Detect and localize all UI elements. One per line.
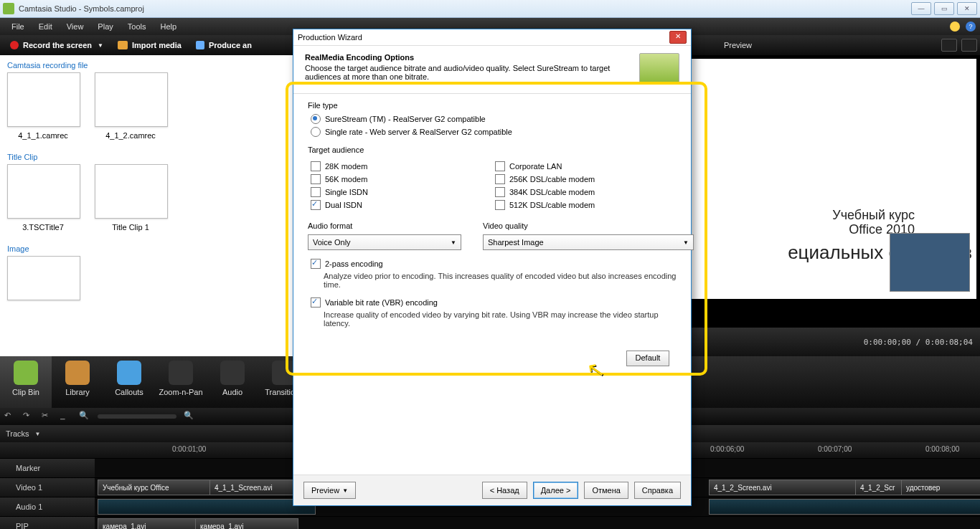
record-label: Record the screen [23, 41, 92, 49]
tab-library[interactable]: Library [52, 356, 103, 408]
dialog-description: Choose the target audience bitrate and a… [305, 64, 639, 81]
check-384k[interactable]: 384K DSL/cable modem [495, 187, 677, 197]
audio-clip[interactable] [98, 499, 316, 515]
check-corp-lan[interactable]: Corporate LAN [495, 161, 677, 171]
chevron-down-icon: ▼ [683, 239, 689, 246]
realmedia-logo-icon [639, 53, 679, 85]
tab-callouts[interactable]: Callouts [103, 356, 155, 408]
split-icon[interactable]: ⎯ [60, 411, 72, 422]
label-video-quality: Video quality [483, 221, 694, 230]
default-button[interactable]: Default [626, 351, 669, 366]
zoom-icon [169, 361, 193, 385]
section-image: Image [7, 244, 294, 253]
radio-icon [311, 114, 321, 124]
dialog-titlebar: Production Wizard ✕ [293, 29, 691, 46]
check-single-isdn[interactable]: Single ISDN [311, 187, 492, 197]
record-screen-button[interactable]: Record the screen ▼ [3, 39, 110, 52]
clip-item[interactable]: 4_1_2.camrec [95, 72, 166, 140]
select-video-quality[interactable]: Sharpest Image▼ [483, 234, 694, 250]
radio-icon [311, 127, 321, 137]
tab-audio[interactable]: Audio [207, 356, 258, 408]
help-button[interactable]: Справка [634, 482, 681, 499]
preview-detach-icon[interactable] [941, 39, 957, 52]
minimize-button[interactable]: — [911, 2, 931, 15]
check-dual-isdn[interactable]: Dual ISDN [311, 200, 492, 210]
audio-icon [220, 361, 245, 385]
check-vbr[interactable]: Variable bit rate (VBR) encoding [311, 297, 677, 308]
checkbox-icon [311, 259, 321, 269]
hint-icon[interactable] [950, 22, 960, 32]
folder-icon [118, 41, 128, 49]
next-button[interactable]: Далее > [533, 482, 579, 499]
clip-caption: 4_1_1.camrec [7, 131, 79, 140]
clip-item[interactable]: Title Clip 1 [95, 164, 166, 232]
clipbin-icon [14, 361, 38, 385]
tab-clip-bin[interactable]: Clip Bin [0, 356, 52, 408]
window-title: Camtasia Studio - Symbols.camproj [19, 4, 144, 13]
pip-clip[interactable]: камера_1.avi [195, 518, 298, 529]
check-56k[interactable]: 56K modem [311, 174, 492, 184]
radio-surestream[interactable]: SureStream (TM) - RealServer G2 compatib… [311, 114, 677, 124]
chevron-down-icon[interactable]: ▼ [35, 431, 41, 437]
clip-item[interactable]: 4_1_1.camrec [7, 72, 79, 140]
dialog-close-button[interactable]: ✕ [669, 31, 687, 44]
video-clip[interactable]: Учебный курс Office [98, 480, 215, 495]
undo-icon[interactable]: ↶ [4, 411, 16, 422]
preview-text: Учебный курс [832, 208, 915, 223]
app-logo-icon [3, 3, 14, 14]
chevron-down-icon: ▼ [451, 239, 456, 246]
dialog-heading: RealMedia Encoding Options [305, 53, 414, 62]
clip-caption: 3.TSCTitle7 [7, 223, 79, 232]
check-2pass[interactable]: 2-pass encoding [311, 259, 677, 269]
produce-share-button[interactable]: Produce an [189, 39, 259, 52]
menu-file[interactable]: File [4, 20, 32, 33]
audio-clip[interactable] [709, 499, 980, 515]
pip-clip[interactable]: камера_1.avi [98, 518, 201, 529]
checkbox-icon [311, 187, 321, 197]
back-button[interactable]: < Назад [482, 482, 527, 499]
clip-item[interactable]: 3.TSCTitle7 [7, 164, 79, 232]
preview-button[interactable]: Preview▼ [303, 482, 356, 499]
checkbox-icon [495, 200, 505, 210]
cut-icon[interactable]: ✂ [42, 411, 53, 422]
menu-view[interactable]: View [60, 20, 91, 33]
close-button[interactable]: ✕ [957, 2, 977, 15]
checkbox-icon [311, 174, 321, 184]
track-pip: PIP камера_1.avi камера_1.avi [0, 516, 980, 529]
tracks-label: Tracks [6, 429, 29, 438]
menu-play[interactable]: Play [90, 20, 120, 33]
maximize-button[interactable]: ▭ [934, 2, 954, 15]
section-recording: Camtasia recording file [7, 61, 294, 70]
checkbox-icon [495, 174, 505, 184]
import-media-button[interactable]: Import media [110, 39, 189, 52]
video-clip[interactable]: 4_1_2_Screen.avi [709, 480, 862, 495]
produce-label: Produce an [209, 41, 252, 49]
radio-singlerate[interactable]: Single rate - Web server & RealServer G2… [311, 127, 677, 137]
menu-help[interactable]: Help [153, 20, 184, 33]
checkbox-icon [495, 187, 505, 197]
redo-icon[interactable]: ↷ [23, 411, 34, 422]
section-title-clip: Title Clip [7, 153, 294, 161]
help-icon[interactable]: ? [966, 22, 976, 32]
dialog-header: RealMedia Encoding Options Choose the ta… [293, 46, 691, 94]
zoom-slider[interactable] [98, 414, 176, 419]
tab-zoom[interactable]: Zoom-n-Pan [155, 356, 207, 408]
zoom-out-icon[interactable]: 🔍 [79, 411, 90, 422]
video-clip[interactable]: 4_1_2_Scr [855, 480, 908, 495]
check-256k[interactable]: 256K DSL/cable modem [495, 174, 677, 184]
menu-edit[interactable]: Edit [32, 20, 60, 33]
preview-fullscreen-icon[interactable] [961, 39, 977, 52]
library-icon [65, 361, 90, 385]
check-28k[interactable]: 28K modem [311, 161, 492, 171]
zoom-in-icon[interactable]: 🔍 [184, 411, 195, 422]
clip-item[interactable] [7, 256, 79, 300]
menu-tools[interactable]: Tools [121, 20, 154, 33]
video-clip[interactable]: удостовер [901, 480, 980, 495]
select-audio-format[interactable]: Voice Only▼ [308, 234, 461, 250]
dialog-title: Production Wizard [298, 33, 362, 42]
callouts-icon [117, 361, 141, 385]
cancel-button[interactable]: Отмена [584, 482, 628, 499]
clip-caption: 4_1_2.camrec [95, 131, 166, 140]
record-icon [10, 41, 19, 49]
check-512k[interactable]: 512K DSL/cable modem [495, 200, 677, 210]
